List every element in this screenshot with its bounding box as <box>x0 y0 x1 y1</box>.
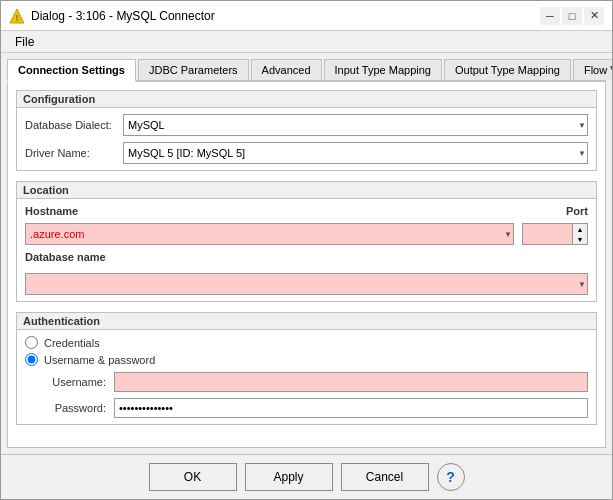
window-controls: ─ □ ✕ <box>540 7 604 25</box>
app-icon: ! <box>9 8 25 24</box>
port-input[interactable] <box>522 223 572 245</box>
configuration-content: Database Dialect: MySQL ▼ Driver Name: <box>17 108 596 170</box>
username-label: Username: <box>41 376 106 388</box>
window-title: Dialog - 3:106 - MySQL Connector <box>31 9 540 23</box>
dialect-label: Database Dialect: <box>25 119 115 131</box>
tab-input-type-mapping[interactable]: Input Type Mapping <box>324 59 442 80</box>
help-button[interactable]: ? <box>437 463 465 491</box>
location-title: Location <box>17 182 596 199</box>
tab-connection-settings[interactable]: Connection Settings <box>7 59 136 82</box>
dialect-select-wrapper: MySQL ▼ <box>123 114 588 136</box>
username-password-radio[interactable] <box>25 353 38 366</box>
dbname-label-row: Database name <box>25 251 588 267</box>
hostname-labels-row: Hostname Port <box>25 205 588 217</box>
tab-flow-variables[interactable]: Flow Variables <box>573 59 612 80</box>
configuration-section: Configuration Database Dialect: MySQL ▼ … <box>16 90 597 171</box>
username-input[interactable] <box>114 372 588 392</box>
username-password-radio-row: Username & password <box>25 353 588 366</box>
dialect-select[interactable]: MySQL <box>123 114 588 136</box>
port-decrement-button[interactable]: ▼ <box>573 234 587 244</box>
ok-button[interactable]: OK <box>149 463 237 491</box>
configuration-title: Configuration <box>17 91 596 108</box>
driver-row: Driver Name: MySQL 5 [ID: MySQL 5] ▼ <box>25 142 588 164</box>
hostname-input-row: ▼ ▲ ▼ <box>25 223 588 245</box>
close-button[interactable]: ✕ <box>584 7 604 25</box>
hostname-input-wrapper: ▼ <box>25 223 514 245</box>
hostname-label: Hostname <box>25 205 558 217</box>
main-content: Connection Settings JDBC Parameters Adva… <box>1 53 612 454</box>
authentication-title: Authentication <box>17 313 596 330</box>
password-label: Password: <box>41 402 106 414</box>
minimize-button[interactable]: ─ <box>540 7 560 25</box>
dbname-wrapper: ▼ <box>25 273 588 295</box>
menu-bar: File <box>1 31 612 53</box>
password-row: Password: <box>25 398 588 418</box>
tab-jdbc-parameters[interactable]: JDBC Parameters <box>138 59 249 80</box>
tab-bar: Connection Settings JDBC Parameters Adva… <box>7 59 606 82</box>
authentication-section: Authentication Credentials Username & pa… <box>16 312 597 425</box>
username-row: Username: <box>25 372 588 392</box>
dialect-row: Database Dialect: MySQL ▼ <box>25 114 588 136</box>
cancel-button[interactable]: Cancel <box>341 463 429 491</box>
spin-buttons: ▲ ▼ <box>572 223 588 245</box>
credentials-radio-row: Credentials <box>25 336 588 349</box>
tab-output-type-mapping[interactable]: Output Type Mapping <box>444 59 571 80</box>
apply-button[interactable]: Apply <box>245 463 333 491</box>
maximize-button[interactable]: □ <box>562 7 582 25</box>
title-bar: ! Dialog - 3:106 - MySQL Connector ─ □ ✕ <box>1 1 612 31</box>
file-menu[interactable]: File <box>9 33 40 51</box>
svg-text:!: ! <box>16 13 19 23</box>
credentials-radio[interactable] <box>25 336 38 349</box>
location-section: Location Hostname Port ▼ <box>16 181 597 302</box>
driver-label: Driver Name: <box>25 147 115 159</box>
dbname-input[interactable] <box>25 273 588 295</box>
hostname-input[interactable] <box>25 223 514 245</box>
port-spinner: ▲ ▼ <box>522 223 588 245</box>
credentials-radio-label: Credentials <box>44 337 100 349</box>
dialog-window: ! Dialog - 3:106 - MySQL Connector ─ □ ✕… <box>0 0 613 500</box>
driver-select[interactable]: MySQL 5 [ID: MySQL 5] <box>123 142 588 164</box>
tab-panel: Configuration Database Dialect: MySQL ▼ … <box>7 82 606 448</box>
driver-select-wrapper: MySQL 5 [ID: MySQL 5] ▼ <box>123 142 588 164</box>
tab-advanced[interactable]: Advanced <box>251 59 322 80</box>
authentication-content: Credentials Username & password Username… <box>17 330 596 424</box>
port-label: Port <box>566 205 588 217</box>
password-input[interactable] <box>114 398 588 418</box>
port-increment-button[interactable]: ▲ <box>573 224 587 234</box>
bottom-bar: OK Apply Cancel ? <box>1 454 612 499</box>
dbname-label: Database name <box>25 251 106 263</box>
location-content: Hostname Port ▼ ▲ ▼ <box>17 199 596 301</box>
auth-radio-group: Credentials Username & password <box>25 336 588 366</box>
username-password-radio-label: Username & password <box>44 354 155 366</box>
